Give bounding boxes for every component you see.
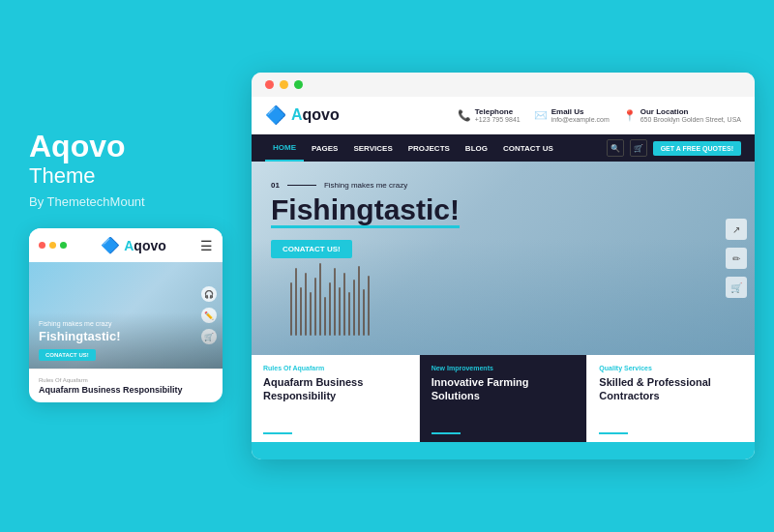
telephone-label: Telephone [475, 107, 521, 116]
desktop-mockup: 🔷 Aqovo 📞 Telephone +123 795 9841 ✉️ Ema… [252, 73, 755, 459]
nav-right: 🔍 🛒 GET A FREE QUOTES! [607, 139, 741, 157]
location-text: Our Location 650 Brooklyn Golden Street,… [640, 107, 741, 123]
left-panel: Aqovo Theme By ThemetechMount 🔷 Aqovo ☰ … [19, 110, 232, 423]
card-underline-1 [432, 432, 461, 434]
brand-name: Aqovo [29, 130, 223, 163]
mobile-hero-title: Fishingtastic! [39, 329, 213, 344]
card-title-1: Innovative FarmingSolutions [432, 375, 576, 403]
hero-title: Fishingtastic! [271, 193, 460, 228]
email-icon: ✉️ [534, 109, 548, 122]
card-underline-0 [263, 432, 292, 434]
hero-main-title: Fishingtastic! [271, 193, 460, 228]
nav-items: HOME PAGES SERVICES PROJECTS BLOG CONTAC… [265, 134, 561, 162]
desktop-logo-text: Aqovo [291, 106, 340, 124]
mobile-hero-overlay: Fishing makes me crazy Fishingtastic! CO… [29, 312, 223, 369]
hero-edit-icon: ✏ [726, 248, 747, 269]
desktop-top-bar [252, 73, 755, 97]
nav-search-button[interactable]: 🔍 [607, 139, 624, 157]
headset-icon: 🎧 [201, 286, 217, 302]
hero-content: 01 Fishing makes me crazy Fishingtastic!… [271, 181, 460, 258]
hero-number: 01 [271, 181, 280, 190]
nav-cta-button[interactable]: GET A FREE QUOTES! [653, 141, 741, 156]
desktop-logo-icon: 🔷 [265, 104, 286, 126]
card-title-2: Skilled & ProfessionalContractors [599, 375, 743, 403]
mobile-card-label: Rules Of Aquafarm [39, 377, 213, 383]
brand-title: Aqovo Theme [29, 130, 223, 190]
mobile-mockup: 🔷 Aqovo ☰ 🎧 ✏️ 🛒 Fishing makes me crazy … [29, 228, 223, 402]
desktop-nav: HOME PAGES SERVICES PROJECTS BLOG CONTAC… [252, 134, 755, 162]
hero-sticks [290, 258, 716, 336]
nav-cart-button[interactable]: 🛒 [630, 139, 647, 157]
card-tag-1: New Improvements [432, 365, 576, 371]
desktop-contact-info: 📞 Telephone +123 795 9841 ✉️ Email Us in… [458, 107, 741, 123]
mobile-logo-icon: 🔷 [101, 236, 120, 254]
mobile-card-title: Aquafarm Business Responsibility [39, 385, 213, 395]
email-text: Email Us info@example.com [551, 107, 610, 123]
nav-item-pages[interactable]: PAGES [304, 134, 345, 162]
mobile-hero-sub: Fishing makes me crazy [39, 320, 213, 327]
hero-cta-button[interactable]: CONATACT US! [271, 240, 352, 258]
email-contact: ✉️ Email Us info@example.com [534, 107, 610, 123]
mobile-cta-button[interactable]: CONATACT US! [39, 349, 96, 361]
card-underline-2 [599, 432, 628, 434]
card-tag-0: Rules Of Aquafarm [263, 365, 407, 371]
hero-eyebrow-text: Fishing makes me crazy [324, 181, 407, 190]
desktop-hero: 01 Fishing makes me crazy Fishingtastic!… [252, 162, 755, 355]
mobile-dot-yellow [49, 242, 56, 249]
desktop-dot-red [265, 80, 274, 89]
email-value: info@example.com [551, 116, 610, 123]
nav-item-contact[interactable]: CONTACT US [495, 134, 561, 162]
mobile-window-dots [39, 242, 67, 249]
desktop-logo: 🔷 Aqovo [265, 104, 340, 126]
mobile-logo: 🔷 Aqovo [101, 236, 166, 254]
location-label: Our Location [640, 107, 741, 116]
hero-side-icons: ↗ ✏ 🛒 [726, 219, 747, 298]
hamburger-icon[interactable]: ☰ [200, 238, 213, 253]
hero-eyebrow: 01 Fishing makes me crazy [271, 181, 460, 190]
telephone-value: +123 795 9841 [475, 116, 521, 123]
desktop-header: 🔷 Aqovo 📞 Telephone +123 795 9841 ✉️ Ema… [252, 97, 755, 134]
bottom-strip [252, 442, 755, 459]
mobile-logo-text: Aqovo [124, 238, 166, 253]
cards-row: Rules Of Aquafarm Aquafarm BusinessRespo… [252, 355, 755, 442]
desktop-dot-yellow [280, 80, 288, 89]
nav-item-services[interactable]: SERVICES [345, 134, 400, 162]
location-contact: 📍 Our Location 650 Brooklyn Golden Stree… [623, 107, 741, 123]
nav-item-projects[interactable]: PROJECTS [401, 134, 458, 162]
nav-item-home[interactable]: HOME [265, 134, 304, 162]
telephone-text: Telephone +123 795 9841 [475, 107, 521, 123]
mobile-dot-green [60, 242, 67, 249]
location-value: 650 Brooklyn Golden Street, USA [640, 116, 741, 123]
mobile-card: Rules Of Aquafarm Aquafarm Business Resp… [29, 369, 223, 402]
card-tag-2: Quality Services [599, 365, 743, 371]
telephone-contact: 📞 Telephone +123 795 9841 [458, 107, 521, 123]
brand-subtitle: Theme [29, 163, 223, 189]
nav-item-blog[interactable]: BLOG [458, 134, 495, 162]
brand-by: By ThemetechMount [29, 194, 223, 209]
hero-cart-icon: 🛒 [726, 277, 747, 298]
desktop-dot-green [294, 80, 303, 89]
email-label: Email Us [551, 107, 610, 116]
mobile-top-bar: 🔷 Aqovo ☰ [29, 228, 223, 262]
location-icon: 📍 [623, 109, 637, 122]
hero-share-icon: ↗ [726, 219, 747, 240]
mobile-hero: 🎧 ✏️ 🛒 Fishing makes me crazy Fishingtas… [29, 262, 223, 369]
mobile-dot-red [39, 242, 45, 249]
card-contractors: Quality Services Skilled & ProfessionalC… [587, 355, 755, 442]
phone-icon: 📞 [458, 109, 471, 122]
hero-eyebrow-line [287, 185, 316, 186]
card-farming: New Improvements Innovative FarmingSolut… [420, 355, 588, 442]
card-title-0: Aquafarm BusinessResponsibility [263, 375, 407, 403]
card-aquafarm: Rules Of Aquafarm Aquafarm BusinessRespo… [252, 355, 420, 442]
